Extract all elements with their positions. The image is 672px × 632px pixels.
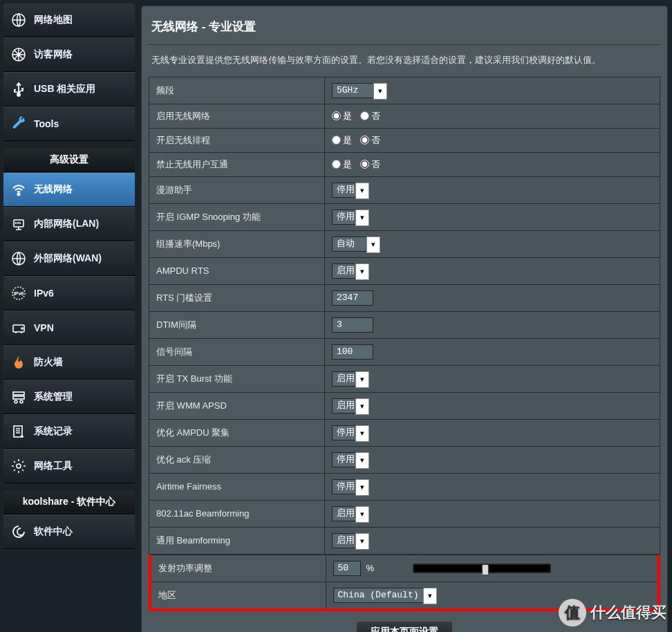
label: 开启 IGMP Snooping 功能 bbox=[149, 203, 325, 230]
label: 通用 Beamforming bbox=[149, 527, 325, 554]
ac-bf-select[interactable]: 启用 bbox=[332, 506, 369, 521]
apply-button[interactable]: 应用本页面设置 bbox=[356, 621, 453, 633]
nav-item-guest[interactable]: 访客网络 bbox=[3, 37, 135, 72]
label: 开启 WMM APSD bbox=[149, 392, 325, 419]
row-ampdu-rts: AMPDU RTS 启用 bbox=[149, 257, 660, 284]
nav-label: Tools bbox=[34, 118, 59, 129]
radio-yes[interactable]: 是 bbox=[332, 158, 352, 171]
nav-item-vpn[interactable]: VPN bbox=[3, 310, 135, 345]
nav-advanced: 高级设置 无线网络 内部网络(LAN) 外部网络(WAN) IPv6 IPv6 … bbox=[3, 147, 136, 484]
settings-panel: 无线网络 - 专业设置 无线专业设置提供您无线网络传输与效率方面的设置。若您没有… bbox=[141, 6, 668, 632]
txpower-unit: % bbox=[366, 563, 375, 573]
txburst-select[interactable]: 启用 bbox=[332, 371, 369, 387]
ack-opt-select[interactable]: 停用 bbox=[332, 452, 369, 467]
nav-item-usb[interactable]: USB 相关应用 bbox=[3, 72, 135, 106]
wan-icon bbox=[10, 250, 27, 267]
label: 漫游助手 bbox=[149, 176, 325, 203]
label: 开启无线排程 bbox=[149, 128, 325, 152]
label: 地区 bbox=[150, 582, 326, 610]
label: 启用无线网络 bbox=[149, 104, 325, 128]
nav-item-wan[interactable]: 外部网络(WAN) bbox=[3, 241, 135, 276]
label: 优化 AMPDU 聚集 bbox=[149, 419, 325, 446]
label: 802.11ac Beamforming bbox=[149, 500, 325, 527]
slider-thumb-icon[interactable] bbox=[482, 564, 489, 575]
roaming-select[interactable]: 停用 bbox=[332, 183, 369, 198]
uni-bf-select[interactable]: 启用 bbox=[332, 533, 369, 548]
label: RTS 门槛设置 bbox=[149, 284, 325, 311]
nav-label: 外部网络(WAN) bbox=[34, 252, 102, 265]
radio-yes[interactable]: 是 bbox=[332, 134, 352, 147]
svg-rect-10 bbox=[13, 392, 24, 395]
nav-label: USB 相关应用 bbox=[34, 83, 95, 95]
nav-label: 网络工具 bbox=[34, 460, 73, 472]
beacon-input[interactable] bbox=[332, 344, 373, 360]
txpower-input[interactable] bbox=[333, 561, 361, 576]
nav-header-advanced: 高级设置 bbox=[3, 148, 135, 172]
nav-header-koolshare: koolshare - 软件中心 bbox=[3, 490, 135, 514]
main-content: 无线网络 - 专业设置 无线专业设置提供您无线网络传输与效率方面的设置。若您没有… bbox=[136, 0, 672, 632]
mcast-select[interactable]: 自动 bbox=[332, 236, 380, 252]
ipv6-icon: IPv6 bbox=[10, 285, 27, 301]
nav-item-lan[interactable]: 内部网络(LAN) bbox=[3, 207, 135, 241]
guest-icon bbox=[10, 46, 27, 63]
svg-point-9 bbox=[21, 328, 23, 329]
row-ack-opt: 优化 ack 压缩 停用 bbox=[149, 446, 660, 473]
airtime-select[interactable]: 停用 bbox=[332, 479, 369, 494]
nav-item-nettool[interactable]: 网络工具 bbox=[3, 449, 135, 483]
nav-item-admin[interactable]: 系统管理 bbox=[3, 380, 135, 414]
row-ampdu-opt: 优化 AMPDU 聚集 停用 bbox=[149, 419, 660, 446]
label: Airtime Fairness bbox=[149, 473, 325, 500]
nav-item-log[interactable]: 系统记录 bbox=[3, 414, 135, 449]
settings-table: 频段 5GHz 启用无线网络 是 否 开启无线排程 是 否 bbox=[149, 77, 660, 555]
dtim-input[interactable] bbox=[332, 317, 373, 333]
globe-icon bbox=[10, 12, 27, 28]
nav-item-ipv6[interactable]: IPv6 IPv6 bbox=[3, 276, 135, 310]
svg-rect-4 bbox=[14, 220, 24, 227]
watermark-text: 什么值得买 bbox=[590, 602, 666, 623]
ampdu-opt-select[interactable]: 停用 bbox=[332, 425, 369, 440]
nav-label: 网络地图 bbox=[34, 14, 73, 26]
svg-rect-11 bbox=[13, 396, 24, 399]
label: 优化 ack 压缩 bbox=[149, 446, 325, 473]
radio-no[interactable]: 否 bbox=[360, 134, 380, 147]
nav-label: 软件中心 bbox=[34, 526, 73, 538]
sidebar: 网络地图 访客网络 USB 相关应用 Tools 高级设置 无线网络 bbox=[0, 0, 136, 632]
label: 发射功率调整 bbox=[150, 555, 326, 582]
lan-icon bbox=[10, 216, 27, 232]
gear-icon bbox=[10, 458, 27, 474]
nav-label: 内部网络(LAN) bbox=[34, 218, 99, 230]
label: 信号间隔 bbox=[149, 338, 325, 365]
igmp-select[interactable]: 停用 bbox=[332, 210, 369, 225]
row-txburst: 开启 TX Burst 功能 启用 bbox=[149, 365, 660, 392]
fire-icon bbox=[10, 354, 27, 371]
label: 禁止无线用户互通 bbox=[149, 152, 325, 176]
nav-item-firewall[interactable]: 防火墙 bbox=[3, 345, 135, 380]
row-txpower: 发射功率调整 % bbox=[150, 555, 659, 582]
vpn-icon bbox=[10, 319, 27, 336]
row-ac-bf: 802.11ac Beamforming 启用 bbox=[149, 500, 660, 527]
label: DTIM间隔 bbox=[149, 311, 325, 338]
radio-no[interactable]: 否 bbox=[360, 158, 380, 171]
row-roaming: 漫游助手 停用 bbox=[149, 176, 660, 203]
rts-input[interactable] bbox=[332, 290, 373, 306]
label: 开启 TX Burst 功能 bbox=[149, 365, 325, 392]
ampdu-rts-select[interactable]: 启用 bbox=[332, 263, 369, 279]
wrench-icon bbox=[10, 115, 27, 132]
radio-yes[interactable]: 是 bbox=[332, 110, 352, 122]
region-select[interactable]: China (Default) bbox=[333, 588, 437, 603]
band-select[interactable]: 5GHz bbox=[332, 83, 387, 98]
nav-label: VPN bbox=[34, 322, 54, 333]
log-icon bbox=[10, 423, 27, 440]
wmm-select[interactable]: 启用 bbox=[332, 398, 369, 413]
nav-item-tools[interactable]: Tools bbox=[3, 106, 135, 141]
radio-no[interactable]: 否 bbox=[360, 110, 380, 122]
wifi-icon bbox=[10, 181, 27, 198]
nav-item-softcenter[interactable]: 软件中心 bbox=[3, 514, 135, 549]
nav-item-network-map[interactable]: 网络地图 bbox=[3, 3, 135, 37]
panel-title: 无线网络 - 专业设置 bbox=[149, 15, 660, 44]
nav-item-wireless[interactable]: 无线网络 bbox=[3, 172, 135, 207]
svg-text:IPv6: IPv6 bbox=[14, 291, 24, 296]
row-schedule: 开启无线排程 是 否 bbox=[149, 128, 660, 152]
txpower-slider[interactable] bbox=[413, 564, 551, 573]
nav-label: 无线网络 bbox=[34, 183, 73, 196]
